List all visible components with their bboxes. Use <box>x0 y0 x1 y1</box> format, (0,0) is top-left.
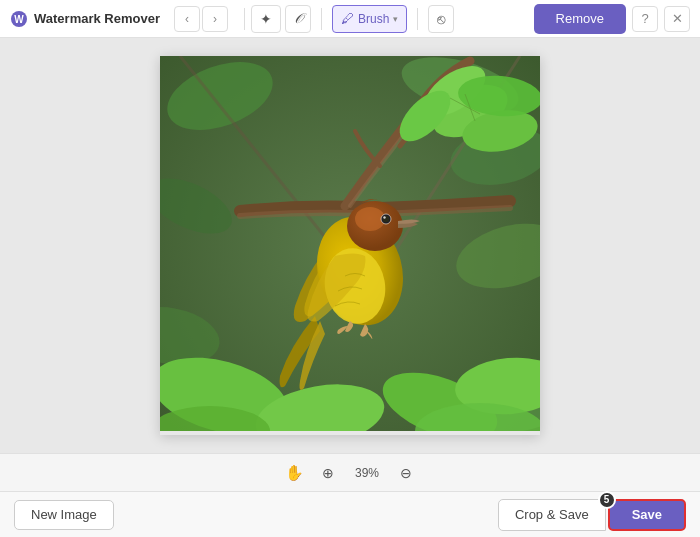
zoom-in-icon: ⊕ <box>322 465 334 481</box>
image-container <box>160 56 540 435</box>
tool-buttons: ✦ 𝒪 🖊 Brush ▾ ⎋ <box>251 5 534 33</box>
nav-buttons: ‹ › <box>174 6 228 32</box>
brush-tool-button[interactable]: 🖊 Brush ▾ <box>332 5 407 33</box>
footer: New Image Crop & Save Save 5 <box>0 491 700 537</box>
help-button[interactable]: ? <box>632 6 658 32</box>
brush-label: Brush <box>358 12 389 26</box>
svg-text:W: W <box>14 14 24 25</box>
save-badge: 5 <box>598 491 616 509</box>
eraser-tool-button[interactable]: ⎋ <box>428 5 454 33</box>
footer-right-buttons: Crop & Save Save 5 <box>498 499 686 531</box>
zoom-toolbar: ✋ ⊕ 39% ⊖ <box>0 453 700 491</box>
back-button[interactable]: ‹ <box>174 6 200 32</box>
star-icon: ✦ <box>260 11 272 27</box>
zoom-in-button[interactable]: ⊕ <box>317 462 339 484</box>
close-button[interactable]: ✕ <box>664 6 690 32</box>
new-image-button[interactable]: New Image <box>14 500 114 530</box>
star-tool-button[interactable]: ✦ <box>251 5 281 33</box>
zoom-level: 39% <box>351 466 383 480</box>
brush-chevron: ▾ <box>393 14 398 24</box>
titlebar: W Watermark Remover ‹ › ✦ 𝒪 🖊 Brush ▾ ⎋ … <box>0 0 700 38</box>
divider-2 <box>321 8 322 30</box>
crop-save-button[interactable]: Crop & Save <box>498 499 606 531</box>
save-button[interactable]: Save <box>608 499 686 531</box>
brush-icon: 🖊 <box>341 11 354 26</box>
divider-3 <box>417 8 418 30</box>
canvas-area <box>0 38 700 453</box>
hand-icon: ✋ <box>285 464 304 482</box>
lasso-tool-button[interactable]: 𝒪 <box>285 5 311 33</box>
app-logo: W <box>10 10 28 28</box>
app-title: Watermark Remover <box>34 11 160 26</box>
zoom-out-button[interactable]: ⊖ <box>395 462 417 484</box>
zoom-out-icon: ⊖ <box>400 465 412 481</box>
lasso-icon: 𝒪 <box>294 10 302 27</box>
forward-button[interactable]: › <box>202 6 228 32</box>
svg-point-30 <box>383 216 390 223</box>
eraser-icon: ⎋ <box>437 11 445 27</box>
divider-1 <box>244 8 245 30</box>
svg-point-31 <box>383 216 385 218</box>
bird-image <box>160 56 540 431</box>
hand-tool-button[interactable]: ✋ <box>283 462 305 484</box>
remove-button[interactable]: Remove <box>534 4 626 34</box>
